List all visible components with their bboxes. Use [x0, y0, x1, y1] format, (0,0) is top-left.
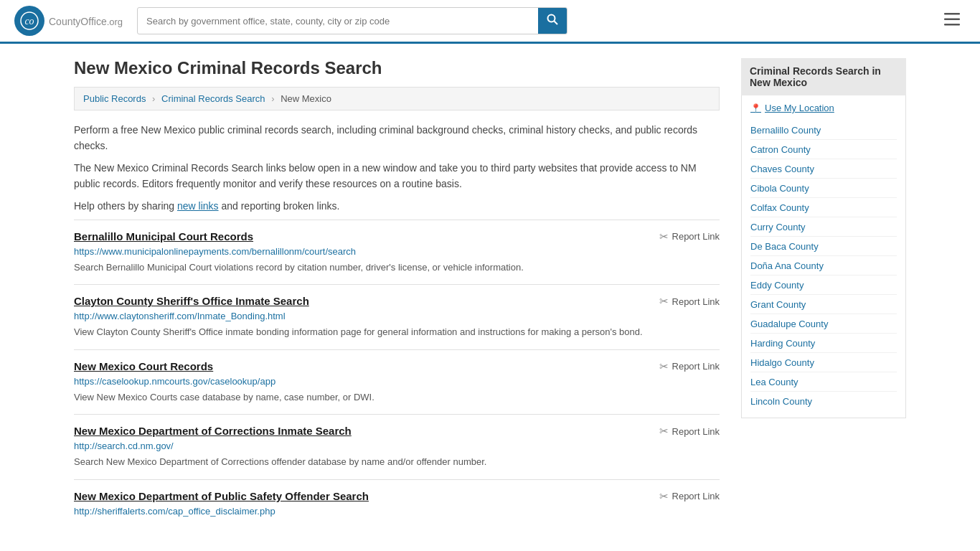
- county-link-9[interactable]: Grant County: [750, 299, 806, 310]
- county-link-5[interactable]: Curry County: [750, 222, 806, 232]
- county-link-10[interactable]: Guadalupe County: [750, 319, 828, 329]
- svg-text:co: co: [24, 16, 34, 27]
- main-container: New Mexico Criminal Records Search Publi…: [60, 44, 920, 545]
- list-item: Doña Ana County: [750, 256, 897, 276]
- county-link-0[interactable]: Bernalillo County: [750, 125, 821, 136]
- list-item: Chaves County: [750, 159, 897, 179]
- list-item: De Baca County: [750, 237, 897, 256]
- use-location[interactable]: 📍 Use My Location: [750, 103, 897, 113]
- county-link-13[interactable]: Lea County: [750, 377, 798, 387]
- result-title-3[interactable]: New Mexico Department of Corrections Inm…: [74, 425, 352, 437]
- search-button[interactable]: [538, 8, 567, 34]
- list-item: Curry County: [750, 217, 897, 237]
- county-link-6[interactable]: De Baca County: [750, 241, 819, 252]
- svg-rect-6: [944, 24, 960, 26]
- list-item: Lincoln County: [750, 392, 897, 410]
- header: co CountyOffice.org: [0, 0, 980, 44]
- list-item: Grant County: [750, 295, 897, 314]
- county-link-3[interactable]: Cibola County: [750, 183, 809, 194]
- logo-text: CountyOffice.org: [49, 14, 123, 29]
- county-link-8[interactable]: Eddy County: [750, 280, 804, 291]
- report-icon-0: ✂: [659, 230, 669, 243]
- list-item: Eddy County: [750, 276, 897, 295]
- list-item: Hidalgo County: [750, 353, 897, 372]
- report-link-0[interactable]: ✂ Report Link: [659, 230, 720, 243]
- result-url-1: http://www.claytonsheriff.com/Inmate_Bon…: [74, 311, 720, 321]
- list-item: Cibola County: [750, 179, 897, 198]
- report-link-2[interactable]: ✂ Report Link: [659, 360, 720, 373]
- list-item: Bernalillo County: [750, 121, 897, 140]
- use-location-label: Use My Location: [765, 103, 834, 113]
- list-item: Colfax County: [750, 198, 897, 217]
- sidebar-content: 📍 Use My Location Bernalillo CountyCatro…: [741, 95, 906, 418]
- result-url-4: http://sheriffalerts.com/cap_office_disc…: [74, 506, 720, 517]
- new-links-link[interactable]: new links: [177, 200, 219, 212]
- search-input[interactable]: [138, 10, 538, 32]
- result-desc-0: Search Bernalillo Municipal Court violat…: [74, 260, 720, 275]
- report-label-1: Report Link: [672, 296, 720, 307]
- report-link-3[interactable]: ✂ Report Link: [659, 425, 720, 438]
- report-icon-2: ✂: [659, 360, 669, 373]
- report-link-4[interactable]: ✂ Report Link: [659, 490, 720, 503]
- result-item: New Mexico Court Records ✂ Report Link h…: [74, 349, 720, 415]
- logo-icon: co: [14, 6, 44, 36]
- svg-line-3: [555, 22, 558, 25]
- result-desc-3: Search New Mexico Department of Correcti…: [74, 455, 720, 469]
- list-item: Lea County: [750, 372, 897, 392]
- result-url-3: http://search.cd.nm.gov/: [74, 441, 720, 451]
- svg-point-2: [548, 15, 555, 22]
- county-link-2[interactable]: Chaves County: [750, 164, 814, 174]
- result-header-1: Clayton County Sheriff's Office Inmate S…: [74, 295, 720, 308]
- breadcrumb-public-records[interactable]: Public Records: [83, 93, 146, 104]
- description-2: The New Mexico Criminal Records Search l…: [74, 160, 720, 192]
- result-header-3: New Mexico Department of Corrections Inm…: [74, 425, 720, 438]
- result-desc-1: View Clayton County Sheriff's Office inm…: [74, 325, 720, 339]
- breadcrumb: Public Records › Criminal Records Search…: [74, 87, 720, 110]
- menu-button[interactable]: [938, 9, 966, 33]
- breadcrumb-criminal-records[interactable]: Criminal Records Search: [161, 93, 265, 104]
- report-icon-3: ✂: [659, 425, 669, 438]
- results-list: Bernalillo Municipal Court Records ✂ Rep…: [74, 220, 720, 530]
- county-link-7[interactable]: Doña Ana County: [750, 260, 824, 271]
- svg-rect-5: [944, 19, 960, 21]
- sidebar-title: Criminal Records Search in New Mexico: [741, 58, 906, 95]
- county-link-12[interactable]: Hidalgo County: [750, 357, 814, 368]
- result-title-4[interactable]: New Mexico Department of Public Safety O…: [74, 490, 369, 502]
- result-url-0: https://www.municipalonlinepayments.com/…: [74, 246, 720, 257]
- logo-link[interactable]: co CountyOffice.org: [14, 6, 123, 36]
- result-title-2[interactable]: New Mexico Court Records: [74, 360, 213, 372]
- content-area: New Mexico Criminal Records Search Publi…: [74, 58, 720, 530]
- breadcrumb-current: New Mexico: [281, 93, 331, 104]
- result-item: Bernalillo Municipal Court Records ✂ Rep…: [74, 220, 720, 285]
- county-list: Bernalillo CountyCatron CountyChaves Cou…: [750, 121, 897, 410]
- list-item: Guadalupe County: [750, 314, 897, 334]
- county-link-4[interactable]: Colfax County: [750, 202, 809, 213]
- result-url-2: https://caselookup.nmcourts.gov/caselook…: [74, 376, 720, 387]
- result-title-1[interactable]: Clayton County Sheriff's Office Inmate S…: [74, 295, 309, 307]
- result-item: Clayton County Sheriff's Office Inmate S…: [74, 284, 720, 349]
- location-icon: 📍: [750, 103, 761, 113]
- sidebar: Criminal Records Search in New Mexico 📍 …: [741, 58, 906, 530]
- description-3: Help others by sharing new links and rep…: [74, 198, 720, 214]
- search-bar: [137, 7, 567, 34]
- result-item: New Mexico Department of Public Safety O…: [74, 479, 720, 530]
- list-item: Harding County: [750, 334, 897, 353]
- svg-rect-4: [944, 13, 960, 15]
- report-icon-4: ✂: [659, 490, 669, 503]
- county-link-1[interactable]: Catron County: [750, 144, 811, 155]
- county-link-11[interactable]: Harding County: [750, 338, 815, 349]
- county-link-14[interactable]: Lincoln County: [750, 396, 812, 407]
- description-1: Perform a free New Mexico public crimina…: [74, 122, 720, 154]
- report-label-2: Report Link: [672, 361, 720, 372]
- report-label-3: Report Link: [672, 426, 720, 437]
- report-label-0: Report Link: [672, 231, 720, 242]
- result-header-4: New Mexico Department of Public Safety O…: [74, 490, 720, 503]
- result-desc-2: View New Mexico Courts case database by …: [74, 390, 720, 405]
- result-item: New Mexico Department of Corrections Inm…: [74, 414, 720, 479]
- report-icon-1: ✂: [659, 295, 669, 308]
- list-item: Catron County: [750, 140, 897, 159]
- report-link-1[interactable]: ✂ Report Link: [659, 295, 720, 308]
- result-header-2: New Mexico Court Records ✂ Report Link: [74, 360, 720, 373]
- result-title-0[interactable]: Bernalillo Municipal Court Records: [74, 230, 253, 242]
- report-label-4: Report Link: [672, 491, 720, 501]
